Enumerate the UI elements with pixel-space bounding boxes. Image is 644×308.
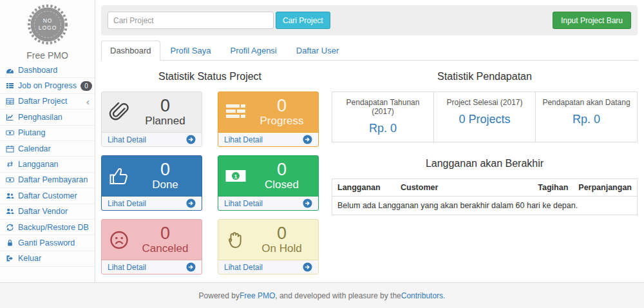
footer-text-middle: , and developed with pleasure by the [275, 291, 401, 300]
topbar: Cari Project Input Project Baru [101, 5, 638, 35]
arrow-circle-right-icon[interactable] [303, 262, 312, 272]
calendar-icon [5, 145, 14, 153]
done-card-text: 0 Done [135, 160, 196, 191]
sidebar-item-daftar-vendor[interactable]: Daftar Vendor [0, 204, 95, 220]
sidebar-item-ganti-password[interactable]: Ganti Password [0, 235, 95, 251]
sidebar-item-label: Langganan [18, 160, 59, 169]
sidebar-item-daftar-project[interactable]: Daftar Project ‹ [0, 94, 95, 110]
empty-subscription-message: Belum ada Langganan yang akan berakhir d… [332, 197, 638, 215]
free-pmo-link[interactable]: Free PMO [240, 291, 275, 300]
tab-profil-agensi[interactable]: Profil Agensi [221, 41, 285, 61]
app-name: Free PMO [0, 50, 95, 61]
done-count: 0 [135, 160, 196, 178]
tab-bar: Dashboard Profil Saya Profil Agensi Daft… [101, 41, 638, 61]
stat-label: Pendapatan Tahunan (2017) [335, 98, 431, 116]
sidebar-item-job-on-progress[interactable]: Job on Progress 0 [0, 78, 95, 93]
sidebar: NO LOGO Free PMO Dashboard Job on Progre… [0, 0, 95, 282]
sidebar-item-label: Daftar Project [18, 97, 67, 106]
sidebar-item-label: Daftar Customer [18, 191, 77, 200]
income-stats-table: Pendapatan Tahunan (2017) Rp. 0 Project … [332, 91, 638, 142]
stat-value[interactable]: 0 Projects [437, 113, 533, 126]
sidebar-item-label: Keluar [18, 254, 41, 263]
arrow-circle-right-icon[interactable] [186, 135, 196, 144]
arrow-circle-right-icon[interactable] [186, 262, 196, 272]
status-card-closed: 1 0 Closed Lihat Detail [218, 155, 319, 211]
frown-icon [108, 228, 135, 251]
retweet-icon [5, 160, 14, 168]
dashboard-content: Statistik Status Project 0 Planned [101, 61, 638, 274]
lihat-detail-link[interactable]: Lihat Detail [224, 263, 263, 272]
sidebar-item-piutang[interactable]: Piutang [0, 126, 95, 141]
planned-card-text: 0 Planned [135, 97, 196, 128]
status-card-done: 0 Done Lihat Detail [101, 155, 202, 211]
status-cards-grid: 0 Planned Lihat Detail [101, 91, 319, 274]
tab-dashboard[interactable]: Dashboard [101, 41, 160, 61]
planned-card-body: 0 Planned [102, 92, 202, 132]
lihat-detail-link[interactable]: Lihat Detail [108, 135, 146, 144]
input-project-baru-button[interactable]: Input Project Baru [553, 12, 631, 29]
canceled-card-footer: Lihat Detail [102, 260, 202, 274]
sidebar-item-dashboard[interactable]: Dashboard [0, 63, 95, 78]
sidebar-item-label: Job on Progress [18, 81, 77, 90]
tab-profil-saya[interactable]: Profil Saya [162, 41, 220, 61]
arrow-circle-right-icon[interactable] [303, 135, 312, 144]
closed-card-footer: Lihat Detail [218, 196, 318, 210]
table-icon [5, 97, 14, 105]
sidebar-item-calendar[interactable]: Calendar [0, 141, 95, 157]
sidebar-item-daftar-pembayaran[interactable]: Daftar Pembayaran [0, 173, 95, 188]
sidebar-item-langganan[interactable]: Langganan [0, 157, 95, 172]
sidebar-item-daftar-customer[interactable]: Daftar Customer [0, 188, 95, 204]
stat-label: Project Selesai (2017) [437, 98, 533, 107]
job-count-badge: 0 [80, 81, 92, 91]
status-section-title: Statistik Status Project [101, 71, 319, 82]
sign-out-icon [5, 255, 14, 262]
sidebar-item-keluar[interactable]: Keluar [0, 251, 95, 267]
table-row: Belum ada Langganan yang akan berakhir d… [332, 197, 638, 215]
stat-value[interactable]: Rp. 0 [538, 113, 634, 126]
planned-card-footer: Lihat Detail [102, 132, 202, 146]
sidebar-item-backup-restore-db[interactable]: Backup/Restore DB [0, 220, 95, 235]
search-input[interactable] [108, 12, 274, 29]
closed-card-body: 1 0 Closed [218, 156, 318, 196]
line-chart-icon [5, 113, 14, 121]
search-button[interactable]: Cari Project [276, 12, 330, 29]
sidebar-item-label: Ganti Password [18, 238, 75, 247]
thumbs-up-icon [108, 164, 135, 188]
contributors-link[interactable]: Contributors. [401, 291, 446, 300]
users-icon [5, 207, 14, 215]
tab-daftar-user[interactable]: Daftar User [287, 41, 348, 61]
lihat-detail-link[interactable]: Lihat Detail [108, 199, 146, 208]
tasks-icon [224, 101, 251, 124]
svg-text:1: 1 [234, 173, 237, 180]
arrow-circle-right-icon[interactable] [303, 198, 312, 208]
progress-label: Progress [251, 115, 312, 128]
done-card-footer: Lihat Detail [102, 196, 202, 210]
users-icon [5, 192, 14, 200]
page-footer: Powered by Free PMO , and developed with… [0, 282, 644, 308]
on-hold-label: On Hold [251, 242, 312, 255]
progress-card-footer: Lihat Detail [218, 132, 318, 146]
lihat-detail-link[interactable]: Lihat Detail [224, 199, 263, 208]
subscription-table: Langganan Customer Tagihan Perpanjangan … [332, 178, 638, 215]
status-card-progress: 0 Progress Lihat Detail [218, 91, 319, 147]
closed-card-text: 0 Closed [251, 160, 312, 191]
subscription-section-title: Langganan akan Berakhir [332, 158, 638, 169]
column-header-perpanjangan: Perpanjangan [573, 179, 637, 197]
arrow-circle-right-icon[interactable] [186, 198, 196, 208]
tachometer-icon [5, 66, 14, 74]
sidebar-item-penghasilan[interactable]: Penghasilan [0, 110, 95, 125]
done-card-body: 0 Done [102, 156, 202, 196]
stat-value[interactable]: Rp. 0 [335, 122, 431, 135]
stat-pendapatan-akan-datang: Pendapatan akan Datang Rp. 0 [536, 92, 637, 142]
done-label: Done [135, 178, 196, 191]
on-hold-card-body: 0 On Hold [218, 220, 318, 260]
lihat-detail-link[interactable]: Lihat Detail [108, 263, 146, 272]
app-window: NO LOGO Free PMO Dashboard Job on Progre… [0, 0, 644, 282]
lihat-detail-link[interactable]: Lihat Detail [224, 135, 263, 144]
money-bill-icon: 1 [224, 164, 251, 188]
progress-count: 0 [251, 97, 312, 115]
sidebar-item-label: Piutang [18, 128, 45, 137]
column-header-customer: Customer [395, 179, 533, 197]
canceled-card-text: 0 Canceled [135, 224, 196, 255]
status-card-canceled: 0 Canceled Lihat Detail [101, 219, 202, 274]
